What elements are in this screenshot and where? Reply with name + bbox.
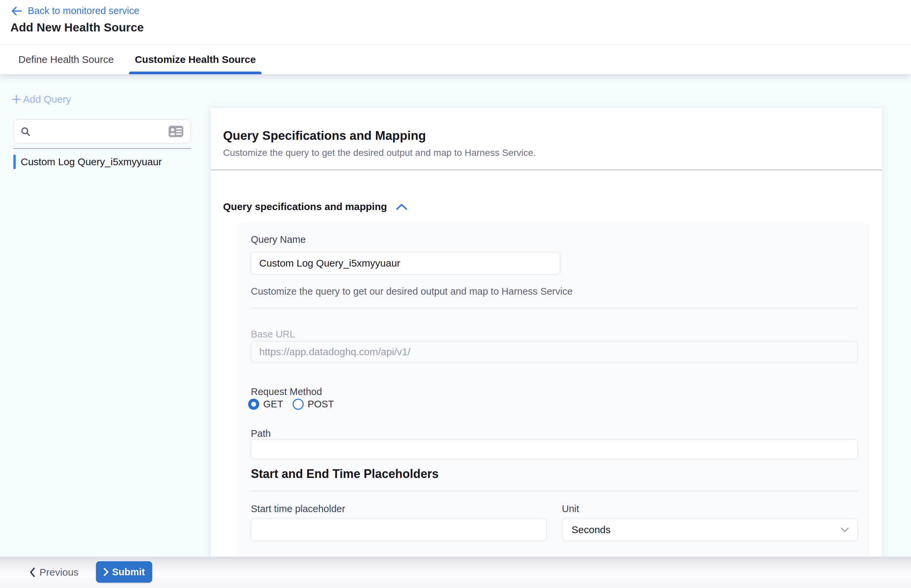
base-url-input[interactable] <box>251 341 858 363</box>
query-name-label: Query Name <box>251 234 306 245</box>
query-search-input[interactable] <box>35 126 168 137</box>
radio-selected-icon <box>248 399 259 410</box>
path-input[interactable] <box>251 439 858 459</box>
time-placeholders-heading: Start and End Time Placeholders <box>251 467 439 481</box>
tab-customize-health-source[interactable]: Customize Health Source <box>129 45 262 74</box>
query-search-box <box>13 120 191 144</box>
search-icon <box>20 126 31 136</box>
panel-heading: Query Specifications and Mapping <box>223 129 426 143</box>
query-list-item-label: Custom Log Query_i5xmyyuaur <box>21 156 162 168</box>
wizard-footer: Previous Submit <box>0 557 911 588</box>
back-link-label: Back to monitored service <box>28 5 139 16</box>
radio-unselected-icon <box>292 399 304 410</box>
request-method-label: Request Method <box>251 386 322 397</box>
card-divider <box>251 308 858 309</box>
add-query-label: Add Query <box>23 94 71 105</box>
chevron-left-icon <box>29 567 36 577</box>
contact-card-icon[interactable] <box>168 125 184 137</box>
radio-get-label: GET <box>263 399 283 410</box>
section-label: Query specifications and mapping <box>223 201 387 212</box>
panel-subtitle: Customize the query to get the desired o… <box>223 147 536 158</box>
page-title: Add New Health Source <box>10 21 144 34</box>
radio-post-label: POST <box>308 399 334 410</box>
submit-button-label: Submit <box>112 567 145 578</box>
chevron-up-icon <box>396 202 408 211</box>
start-time-label: Start time placeholder <box>251 503 345 514</box>
radio-option-post[interactable]: POST <box>292 399 334 410</box>
unit-select[interactable]: Seconds <box>562 519 858 541</box>
chevron-right-icon <box>103 568 109 576</box>
radio-option-get[interactable]: GET <box>248 399 283 410</box>
sidebar-divider <box>13 148 191 149</box>
panel-divider <box>211 170 882 170</box>
query-name-description: Customize the query to get our desired o… <box>251 286 573 297</box>
previous-button[interactable]: Previous <box>29 567 79 578</box>
back-link[interactable]: Back to monitored service <box>11 5 139 16</box>
previous-button-label: Previous <box>39 567 79 578</box>
page-header: Back to monitored service Add New Health… <box>0 0 911 45</box>
unit-label: Unit <box>562 503 579 514</box>
add-health-source-page: Back to monitored service Add New Health… <box>0 0 911 588</box>
arrow-left-icon <box>11 6 23 16</box>
query-form-card: Query Name Customize the query to get ou… <box>237 223 869 588</box>
start-time-input[interactable] <box>251 519 547 541</box>
query-list-item[interactable]: Custom Log Query_i5xmyyuaur <box>13 154 162 170</box>
health-source-tabbar: Define Health Source Customize Health So… <box>0 45 911 74</box>
card-divider-2 <box>251 491 858 491</box>
selected-indicator-bar <box>13 155 16 169</box>
section-toggle-row[interactable]: Query specifications and mapping <box>223 201 408 212</box>
chevron-down-icon <box>840 527 850 533</box>
request-method-radio-group: GET POST <box>248 399 334 410</box>
unit-select-value: Seconds <box>572 524 840 535</box>
tab-customize-label: Customize Health Source <box>135 54 256 65</box>
tab-define-health-source[interactable]: Define Health Source <box>18 45 114 74</box>
path-label: Path <box>251 428 271 439</box>
plus-icon <box>11 94 22 105</box>
tab-define-label: Define Health Source <box>18 54 114 65</box>
query-spec-panel: Query Specifications and Mapping Customi… <box>211 108 882 588</box>
query-name-input[interactable] <box>251 252 560 275</box>
add-query-button[interactable]: Add Query <box>11 94 71 105</box>
base-url-label: Base URL <box>251 329 295 340</box>
submit-button[interactable]: Submit <box>96 561 152 583</box>
